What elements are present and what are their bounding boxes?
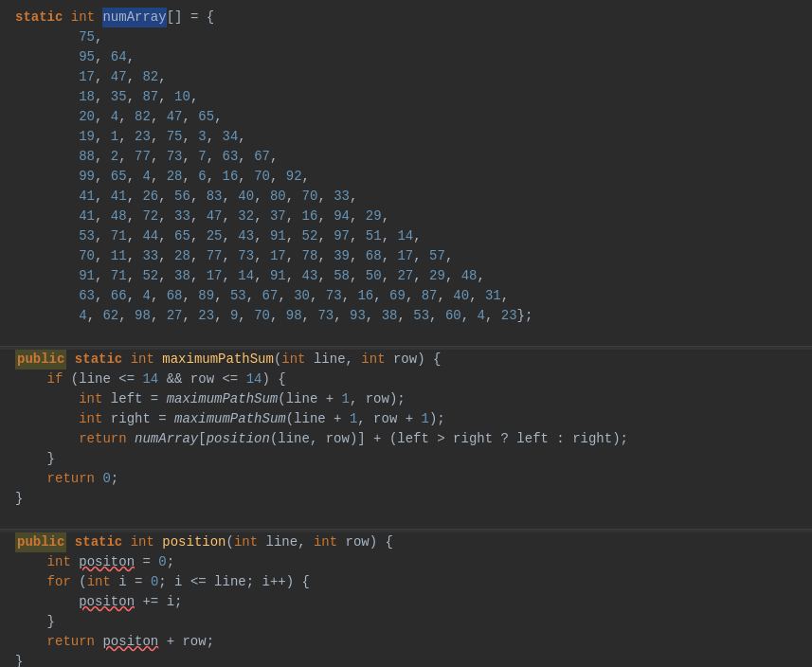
method-call-maxpathsum-left: maximumPathSum xyxy=(167,389,279,409)
variable-positon-increment: positon xyxy=(79,592,135,612)
method-position: position xyxy=(162,532,226,552)
code-line: } xyxy=(0,489,812,509)
code-line: int right = maximumPathSum (line + 1 , r… xyxy=(0,409,812,429)
keyword-int: int xyxy=(71,8,95,27)
keyword-public: public xyxy=(15,532,66,552)
keyword-public: public xyxy=(15,350,66,370)
code-line: if (line <= 14 && row <= 14 ) { xyxy=(0,370,812,389)
method-call-position: position xyxy=(207,429,270,449)
blank-line xyxy=(0,509,812,529)
code-line: int positon = 0 ; xyxy=(0,552,812,572)
code-line: 99, 65, 4, 28, 6, 16, 70, 92, xyxy=(0,167,812,187)
code-line: for ( int i = 0 ; i <= line; i++) { xyxy=(0,572,812,592)
keyword-static: static xyxy=(15,8,63,27)
method-maximumpathsum: maximumPathSum xyxy=(162,350,274,370)
code-line: } xyxy=(0,449,812,469)
code-line: positon += i; xyxy=(0,592,812,612)
code-line: } xyxy=(0,652,812,667)
code-line: return positon + row; xyxy=(0,632,812,652)
code-line: 41, 41, 26, 56, 83, 40, 80, 70, 33, xyxy=(0,187,812,207)
code-line: 20, 4, 82, 47, 65, xyxy=(0,107,812,127)
variable-numarray: numArray xyxy=(102,8,166,27)
code-line: 53, 71, 44, 65, 25, 43, 91, 52, 97, 51, … xyxy=(0,226,812,246)
code-line: 17, 47, 82, xyxy=(0,67,812,87)
variable-positon-return: positon xyxy=(102,632,158,652)
code-line: 4, 62, 98, 27, 23, 9, 70, 98, 73, 93, 38… xyxy=(0,306,812,326)
variable-numarray-ref: numArray xyxy=(135,429,198,449)
code-line: 19, 1, 23, 75, 3, 34, xyxy=(0,127,812,147)
keyword-static: static xyxy=(75,532,122,552)
code-line: 95, 64, xyxy=(0,47,812,67)
method-declaration-line: public static int position ( int line, i… xyxy=(0,532,812,552)
keyword-int: int xyxy=(131,350,154,370)
keyword-static: static xyxy=(75,350,122,370)
variable-positon-typo: positon xyxy=(79,552,135,572)
code-line: return 0 ; xyxy=(0,469,812,489)
code-line: 91, 71, 52, 38, 17, 14, 91, 43, 58, 50, … xyxy=(0,266,812,286)
code-line: } xyxy=(0,612,812,632)
code-line: 18, 35, 87, 10, xyxy=(0,87,812,107)
code-line: 75, xyxy=(0,27,812,47)
code-line: static int numArray [] = { xyxy=(0,8,812,27)
method-declaration-line: public static int maximumPathSum ( int l… xyxy=(0,350,812,370)
code-line: 63, 66, 4, 68, 89, 53, 67, 30, 73, 16, 6… xyxy=(0,286,812,306)
blank-line xyxy=(0,326,812,346)
method-call-maxpathsum-right: maximumPathSum xyxy=(174,409,286,429)
code-line: return numArray [ position (line, row)] … xyxy=(0,429,812,449)
code-line: 70, 11, 33, 28, 77, 73, 17, 78, 39, 68, … xyxy=(0,246,812,266)
code-editor: static int numArray [] = { 75, 95, 64, 1… xyxy=(0,0,812,667)
code-line: int left = maximumPathSum (line + 1 , ro… xyxy=(0,389,812,409)
code-line: 41, 48, 72, 33, 47, 32, 37, 16, 94, 29, xyxy=(0,207,812,226)
code-line: 88, 2, 77, 73, 7, 63, 67, xyxy=(0,147,812,167)
keyword-if: if xyxy=(47,370,63,389)
